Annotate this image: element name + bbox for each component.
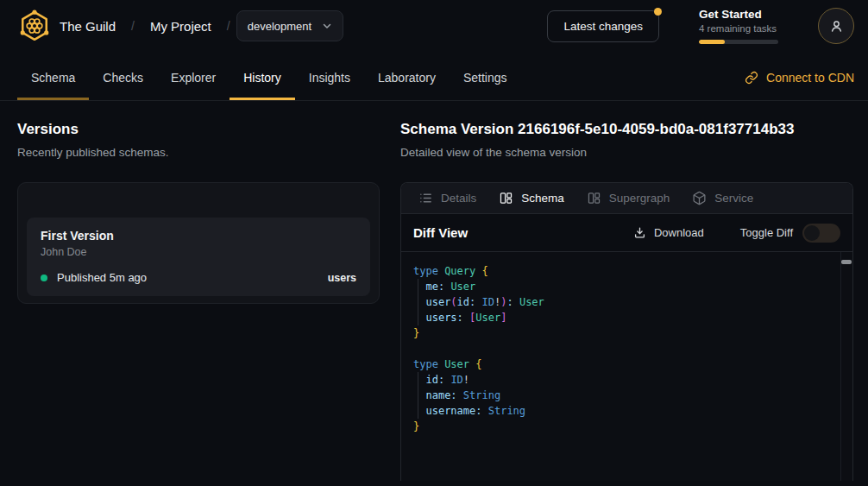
notification-dot	[654, 8, 662, 16]
code-line: name: String	[413, 388, 835, 403]
detail-tab-details[interactable]: Details	[407, 183, 487, 213]
toggle-diff-switch[interactable]	[802, 224, 840, 243]
schema-detail-card: DetailsSchemaSupergraphService Diff View…	[400, 182, 853, 481]
detail-tabstrip: DetailsSchemaSupergraphService	[401, 183, 852, 214]
breadcrumb-separator: /	[227, 19, 230, 33]
code-line: user(id: ID!): User	[413, 294, 835, 310]
version-detail-subtitle: Detailed view of the schema version	[400, 146, 853, 159]
connect-to-cdn-link[interactable]: Connect to CDN	[745, 52, 854, 100]
code-scrollbar-track	[840, 252, 852, 481]
latest-changes-label: Latest changes	[563, 20, 643, 33]
download-label: Download	[654, 226, 704, 239]
target-select[interactable]: development	[236, 10, 343, 41]
list-icon	[418, 191, 433, 205]
versions-title: Versions	[17, 121, 380, 138]
nav-tab-history[interactable]: History	[230, 52, 295, 100]
nav-tab-label: Explorer	[171, 71, 216, 85]
columns-icon	[499, 191, 513, 205]
code-line: type Query {	[413, 263, 835, 279]
primary-nav: SchemaChecksExplorerHistoryInsightsLabor…	[0, 52, 868, 101]
app-header: The Guild / My Project / development Lat…	[0, 0, 868, 52]
version-status-text: Published 5m ago	[57, 271, 147, 284]
versions-panel: Versions Recently published schemas. Fir…	[17, 121, 380, 481]
get-started-progress-fill	[699, 40, 725, 44]
breadcrumb: The Guild / My Project /	[60, 19, 230, 34]
link-icon	[745, 71, 758, 85]
nav-tab-label: Laboratory	[378, 71, 436, 85]
get-started-title: Get Started	[699, 8, 778, 21]
diff-toolbar: Diff View Download Toggle Diff	[401, 214, 852, 251]
code-line: username: String	[413, 403, 835, 419]
versions-subtitle: Recently published schemas.	[17, 146, 380, 159]
detail-tab-label: Service	[714, 192, 753, 205]
code-line: }	[413, 325, 835, 341]
code-line: type User {	[413, 357, 835, 372]
detail-tab-label: Details	[441, 192, 476, 205]
version-name: First Version	[41, 229, 356, 243]
code-line	[413, 341, 835, 357]
version-status-row: Published 5m ago users	[41, 271, 356, 284]
code-line: users: [User]	[413, 310, 835, 325]
nav-tab-label: Schema	[31, 71, 75, 85]
version-list-item[interactable]: First Version John Doe Published 5m ago …	[27, 218, 370, 296]
nav-tab-settings[interactable]: Settings	[450, 52, 521, 100]
toggle-diff-label: Toggle Diff	[740, 226, 793, 239]
schema-code-viewer[interactable]: type Query { me: User user(id: ID!): Use…	[401, 251, 852, 481]
nav-tab-insights[interactable]: Insights	[295, 52, 364, 100]
detail-tab-label: Supergraph	[609, 192, 670, 205]
breadcrumb-separator: /	[131, 19, 135, 33]
connect-to-cdn-label: Connect to CDN	[766, 71, 854, 85]
target-select-value: development	[248, 20, 311, 33]
download-button[interactable]: Download	[628, 225, 709, 240]
primary-nav-tabs: SchemaChecksExplorerHistoryInsightsLabor…	[17, 52, 521, 100]
nav-tab-label: History	[243, 71, 281, 85]
code-block: type Query { me: User user(id: ID!): Use…	[413, 263, 835, 434]
code-line: me: User	[413, 279, 835, 294]
detail-tab-supergraph[interactable]: Supergraph	[576, 183, 682, 213]
cube-icon	[692, 191, 707, 205]
version-service-badge: users	[328, 272, 356, 284]
diff-actions: Download Toggle Diff	[628, 224, 840, 243]
nav-tab-label: Checks	[103, 71, 143, 85]
hive-logo-icon[interactable]	[17, 9, 52, 43]
code-scrollbar-thumb[interactable]	[841, 260, 852, 264]
toggle-knob	[804, 225, 820, 241]
breadcrumb-project[interactable]: My Project	[150, 19, 211, 34]
person-icon	[828, 18, 845, 35]
breadcrumb-org[interactable]: The Guild	[60, 19, 116, 34]
nav-tab-checks[interactable]: Checks	[89, 52, 157, 100]
code-line: id: ID!	[413, 372, 835, 388]
chevron-down-icon	[322, 21, 332, 31]
version-detail-title: Schema Version 2166196f-5e10-4059-bd0a-0…	[400, 121, 853, 138]
user-avatar[interactable]	[818, 8, 854, 44]
nav-tab-explorer[interactable]: Explorer	[157, 52, 230, 100]
versions-card: First Version John Doe Published 5m ago …	[17, 182, 380, 304]
nav-tab-schema[interactable]: Schema	[17, 52, 89, 100]
main-content: Versions Recently published schemas. Fir…	[0, 101, 868, 481]
published-status-dot	[41, 275, 47, 281]
detail-tab-service[interactable]: Service	[681, 183, 764, 213]
get-started-progress-bar	[699, 40, 778, 44]
latest-changes-button[interactable]: Latest changes	[547, 10, 659, 42]
diff-view-title: Diff View	[413, 225, 468, 240]
detail-tab-label: Schema	[521, 192, 564, 205]
get-started-subtitle: 4 remaining tasks	[699, 23, 778, 34]
code-line: }	[413, 419, 835, 434]
columns-icon	[587, 191, 601, 205]
version-detail-panel: Schema Version 2166196f-5e10-4059-bd0a-0…	[400, 121, 853, 481]
nav-tab-label: Insights	[309, 71, 350, 85]
version-author: John Doe	[41, 246, 356, 258]
download-icon	[633, 226, 646, 239]
nav-tab-laboratory[interactable]: Laboratory	[364, 52, 450, 100]
detail-tab-schema[interactable]: Schema	[487, 183, 576, 213]
header-right: Latest changes Get Started 4 remaining t…	[547, 8, 854, 44]
nav-tab-label: Settings	[463, 71, 507, 85]
get-started-widget[interactable]: Get Started 4 remaining tasks	[699, 8, 778, 44]
